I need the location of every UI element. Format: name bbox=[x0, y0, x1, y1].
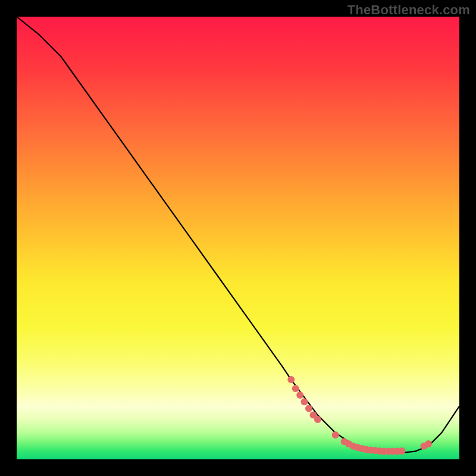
curve-svg bbox=[17, 17, 459, 459]
marker-dot bbox=[305, 405, 312, 412]
marker-dot bbox=[425, 440, 432, 447]
watermark-label: TheBottleneck.com bbox=[347, 2, 470, 18]
marker-dot bbox=[332, 431, 339, 439]
gradient-plot-area bbox=[17, 17, 459, 459]
chart-frame: TheBottleneck.com bbox=[0, 0, 476, 476]
marker-dot bbox=[292, 385, 299, 392]
marker-dot bbox=[296, 392, 303, 399]
bottleneck-curve bbox=[17, 17, 459, 452]
marker-dot bbox=[301, 398, 308, 405]
marker-dot bbox=[314, 416, 321, 423]
marker-dot bbox=[398, 447, 405, 455]
marker-dot bbox=[287, 376, 295, 383]
marker-group bbox=[287, 376, 432, 455]
